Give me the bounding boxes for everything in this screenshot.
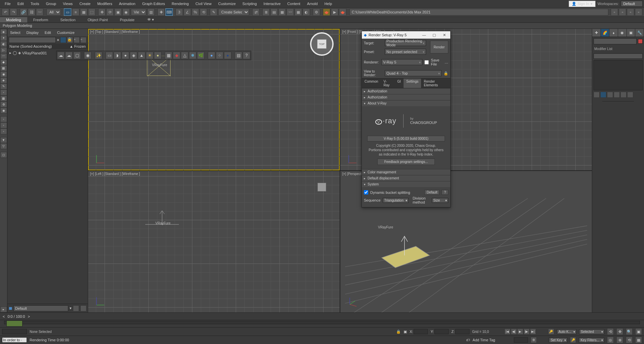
renderer-select[interactable]: V-Ray 5	[381, 59, 422, 65]
modifier-stack[interactable]	[594, 60, 643, 90]
rollout-system[interactable]: System	[362, 181, 450, 187]
rotate-button[interactable]: ⟳	[106, 8, 114, 16]
vt-1[interactable]: ◈	[0, 29, 7, 35]
division-select[interactable]: Size	[432, 198, 448, 203]
nav-2[interactable]: ✥	[616, 328, 623, 335]
viewport-top[interactable]: [+] [Top ] [Standard ] [Wireframe ] VRay…	[88, 29, 340, 170]
vt-17[interactable]: ▫	[0, 128, 7, 134]
rollout-about-vray[interactable]: About V-Ray	[362, 100, 450, 106]
scene-filter-3[interactable]: ▫	[74, 37, 80, 43]
fb-snow[interactable]: ❄	[189, 52, 196, 59]
menu-group[interactable]: Group	[42, 1, 60, 7]
menu-file[interactable]: File	[1, 1, 14, 7]
dialog-titlebar[interactable]: ◆ Render Setup: V-Ray 5 — ▢ ✕	[362, 31, 450, 39]
play-button[interactable]: ▶	[517, 329, 523, 335]
fb-dome[interactable]: ◗	[114, 52, 121, 59]
ribbon-tab-populate[interactable]: Populate	[114, 17, 140, 23]
nav-7[interactable]: ⟲	[626, 337, 633, 343]
select-object-button[interactable]: ▭	[64, 8, 71, 16]
placement-button[interactable]: ◉	[122, 8, 130, 16]
viewcube-left[interactable]	[317, 183, 326, 191]
prev-frame-button[interactable]: ◀|	[511, 329, 517, 335]
rollout-authorization-1[interactable]: Authorization	[362, 88, 450, 94]
scene-filter-1[interactable]	[60, 37, 66, 43]
scene-tab-edit[interactable]: Edit	[43, 30, 52, 35]
ribbon-tab-object-paint[interactable]: Object Paint	[82, 17, 114, 23]
viewport-top-label[interactable]: [+] [Top ] [Standard ] [Wireframe ]	[90, 30, 140, 34]
vt-15[interactable]: ▫	[0, 116, 7, 122]
tb-extra-1[interactable]: ▫	[611, 8, 618, 16]
nav-8[interactable]: ▦	[635, 337, 642, 343]
scene-header-name[interactable]: Name (Sorted Ascending)	[9, 44, 52, 48]
tb-extra-3[interactable]: ▫	[627, 8, 634, 16]
fb-tri[interactable]: △	[181, 52, 188, 59]
dropdown-icon[interactable]: ▾	[70, 306, 72, 310]
menu-create[interactable]: Create	[76, 1, 94, 7]
toggle-ribbon-button[interactable]: ▦	[278, 8, 286, 16]
layer-name-input[interactable]	[13, 305, 68, 311]
vt-16[interactable]: ▫	[0, 122, 7, 128]
layer-btn-1[interactable]	[73, 305, 79, 311]
modifier-list-select[interactable]	[594, 53, 643, 59]
vt-14[interactable]: ◉	[0, 108, 7, 114]
scene-tab-select[interactable]: Select	[9, 30, 22, 35]
fb-cone[interactable]: ▲	[138, 52, 145, 59]
vt-6[interactable]: ◆	[0, 59, 7, 65]
vt-5[interactable]: 〰	[0, 53, 7, 59]
menu-scripting[interactable]: Scripting	[239, 1, 260, 7]
time-prev[interactable]: <	[3, 314, 5, 318]
creation-floatbar[interactable]: ☁ ☁ ▢ ◉ ✨ ▭ ◗ ● ◈ ▲ ☀ ● ▦ ◆ △ ❄ 🌿 ● ⁘ ●	[56, 51, 251, 60]
scene-filter-4[interactable]: ▫	[80, 37, 86, 43]
viewport-left-label[interactable]: [+] [Left ] [Standard ] [Wireframe ]	[90, 172, 140, 176]
viewto-select[interactable]: Quad 4 - Top	[385, 70, 442, 76]
viewcube-face[interactable]: TOP	[317, 39, 327, 49]
goto-end-button[interactable]: ▶|	[530, 329, 536, 335]
sign-in-button[interactable]: 👤 Sign In ▾	[569, 1, 596, 7]
nav-3[interactable]: 🔍	[626, 328, 633, 335]
save-file-checkbox[interactable]: Save File	[424, 57, 443, 67]
fb-sphere2[interactable]: ●	[122, 52, 129, 59]
dlg-tab-common[interactable]: Common	[362, 79, 381, 88]
expand-icon[interactable]: ▸	[9, 51, 11, 55]
minitrack[interactable]	[2, 329, 27, 334]
fb-ball[interactable]: ●	[208, 52, 215, 59]
vt-13[interactable]: ⚙	[0, 101, 7, 108]
fb-mesh[interactable]: ◈	[130, 52, 137, 59]
vt-8[interactable]: ◉	[0, 71, 7, 77]
ref-coord-select[interactable]: View	[131, 9, 146, 15]
redo-button[interactable]: ↷	[10, 8, 17, 16]
nav-5[interactable]: ◎	[607, 337, 614, 343]
nav-1[interactable]: ⟲	[607, 328, 614, 335]
menu-interactive[interactable]: Interactive	[260, 1, 284, 7]
save-file-browse[interactable]: …	[445, 60, 448, 64]
preset-select[interactable]: No preset selected	[385, 49, 426, 55]
vt-2[interactable]: ✦	[0, 35, 7, 41]
key-selected-select[interactable]: Selected	[579, 329, 604, 334]
menu-content[interactable]: Content	[284, 1, 304, 7]
use-center-button[interactable]: ▥	[147, 8, 155, 16]
ribbon-sub[interactable]: Polygon Modeling	[0, 23, 644, 29]
layer-button[interactable]: ▤	[270, 8, 278, 16]
clear-icon[interactable]: ✕	[56, 38, 60, 42]
scene-search-input[interactable]	[9, 37, 56, 43]
render-frame-button[interactable]: 🫖	[323, 8, 330, 16]
fb-cloud[interactable]: ☁	[57, 52, 65, 59]
setkey-button[interactable]: Set Key	[549, 338, 567, 343]
tb-extra-2[interactable]: ▫	[619, 8, 626, 16]
spinner-snap-button[interactable]: ⟲	[200, 8, 207, 16]
ribbon-toggle-icon[interactable]: 👁 ▾	[147, 17, 154, 22]
dynamic-bucket-checkbox[interactable]	[364, 190, 368, 195]
schematic-view-button[interactable]: ▦	[295, 8, 302, 16]
select-region-button[interactable]: ▦	[80, 8, 87, 16]
vt-18[interactable]: ▼	[0, 137, 7, 143]
stack-btn-6[interactable]	[627, 92, 633, 98]
snap-toggle-button[interactable]: 3	[176, 8, 183, 16]
isolate-icon[interactable]: ▣	[404, 330, 407, 334]
angle-snap-button[interactable]: ∠	[184, 8, 191, 16]
material-editor-button[interactable]: ◐	[303, 8, 310, 16]
lock-selection-icon[interactable]: 🔒	[396, 330, 401, 334]
vt-20[interactable]: ◻	[0, 152, 7, 158]
cmd-tab-utilities[interactable]: 🔧	[635, 29, 644, 37]
fb-cloud2[interactable]: ☁	[65, 52, 73, 59]
menu-civil-view[interactable]: Civil View	[192, 1, 215, 7]
